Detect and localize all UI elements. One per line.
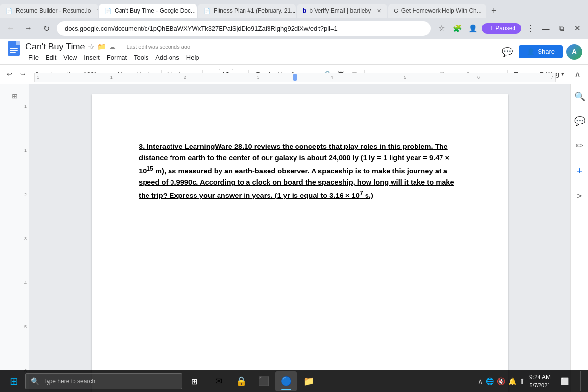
ruler-4: 4 [24,280,27,285]
ruler-3: 3 [24,236,27,241]
search-icon: 🔍 [31,377,39,385]
new-tab-button[interactable]: + [487,4,501,18]
ruler-1b: 1 [24,148,27,153]
paused-label: Paused [495,25,515,32]
task-view-button[interactable]: ⊞ [184,371,204,391]
reload-button[interactable]: ↻ [39,22,53,35]
docs-header: Can't Buy Time ☆ 📁 ☁ Last edit was secon… [0,39,588,65]
windows-icon: ⊞ [10,375,18,387]
ruler-1a: 1 [24,104,27,109]
extension-button[interactable]: 🧩 [450,22,464,35]
search-input[interactable] [43,378,177,385]
page-icon: ⊞ [12,92,18,100]
taskbar-chrome-app[interactable]: 🔵 [275,371,297,391]
files-app-icon: 📁 [303,376,314,387]
menu-insert[interactable]: Insert [81,53,103,62]
tab-close-resume[interactable]: ✕ [97,8,98,14]
minimize-button[interactable]: — [539,22,553,35]
tab-close-bartleby[interactable]: ✕ [377,8,381,14]
share-label: Share [538,48,555,55]
profile-button[interactable]: 👤 [466,22,480,35]
undo-button[interactable]: ↩ [4,68,15,81]
notification-center-button[interactable]: ⬜ [555,371,574,391]
bookmark-button[interactable]: ☆ [435,22,448,35]
menu-format[interactable]: Format [104,53,130,62]
doc-paragraph[interactable]: 3. Interactive LearningWare 28.10 review… [139,141,461,201]
task-view-icon: ⊞ [191,377,197,386]
tab-fitness[interactable]: 📄 Fitness Plan #1 (February. 21... ✕ [198,4,296,18]
menu-edit[interactable]: Edit [43,53,59,62]
forward-button[interactable]: → [22,22,35,35]
tab-favicon-doc: 📄 [105,8,112,14]
lock-app-icon: 🔒 [236,376,246,387]
docs-right-sidebar: 🔍 💬 ✏ + > [570,84,588,392]
store-app-icon: ⬛ [258,376,269,387]
tab-bar: 📄 Resume Builder - Resume.io ✕ 📄 Can't B… [0,0,588,18]
close-window-button[interactable]: ✕ [570,22,584,35]
browser-actions: ☆ 🧩 👤 ⏸ Paused ⋮ — ⧉ ✕ [435,22,584,35]
tray-notification-icon[interactable]: 🔔 [508,377,516,385]
redo-button[interactable]: ↪ [17,68,28,81]
docs-page[interactable]: 3. Interactive LearningWare 28.10 review… [92,94,508,392]
ruler-2: 2 [24,192,27,197]
sidebar-plus-icon[interactable]: + [573,162,586,180]
taskbar-mail-app[interactable]: ✉ [208,371,229,391]
taskbar-store-app[interactable]: ⬛ [253,371,274,391]
tray-network-icon[interactable]: 🌐 [486,377,494,385]
show-desktop-button[interactable] [580,371,584,391]
tab-bartleby[interactable]: b b Verify Email | bartleby ✕ [297,4,387,18]
tab-favicon-fitness: 📄 [204,8,211,14]
share-button[interactable]: 👤 Share [519,45,563,58]
chrome-app-icon: 🔵 [281,376,292,387]
share-icon: 👤 [527,48,535,55]
svg-rect-2 [10,48,18,49]
tab-resume[interactable]: 📄 Resume Builder - Resume.io ✕ [0,4,98,18]
comment-button[interactable]: 💬 [499,44,515,60]
star-button[interactable]: ☆ [88,42,95,51]
menu-view[interactable]: View [60,53,80,62]
tab-title-doc: Can't Buy Time - Google Doc... [115,7,196,14]
sidebar-expand-icon[interactable]: > [574,188,585,204]
menu-help[interactable]: Help [183,53,202,62]
tray-volume-icon[interactable]: 🔇 [497,377,505,385]
editing-dropdown-icon: ▾ [561,71,564,78]
svg-rect-4 [10,52,16,53]
tab-google-doc[interactable]: 📄 Can't Buy Time - Google Doc... ✕ [99,4,197,18]
svg-rect-5 [16,41,20,45]
expand-button[interactable]: ∧ [570,68,584,81]
url-input[interactable] [57,21,431,36]
last-edit-text: Last edit was seconds ago [126,44,190,49]
paused-button[interactable]: ⏸ Paused [482,23,521,34]
ruler-5: 5 [24,324,27,329]
menu-addons[interactable]: Add-ons [152,53,182,62]
tab-get-homework[interactable]: G Get Homework Help With Ch... ✕ [388,4,486,18]
taskbar-pinned-apps: ✉ 🔒 ⬛ 🔵 📁 [208,371,319,391]
restore-button[interactable]: ⧉ [555,22,568,35]
menu-file[interactable]: File [25,53,42,62]
tray-update-icon[interactable]: ⬆ [519,377,525,385]
start-button[interactable]: ⊞ [4,371,24,391]
tab-title: Resume Builder - Resume.io [16,7,91,14]
doc-title-text[interactable]: Can't Buy Time [25,42,85,52]
tab-favicon-homework: G [394,8,398,14]
tray-time-display: 9:24 AM [529,373,551,382]
sidebar-chat-icon[interactable]: 💬 [571,113,588,129]
tray-clock[interactable]: 9:24 AM 5/7/2021 [529,373,551,389]
google-docs-app: Can't Buy Time ☆ 📁 ☁ Last edit was secon… [0,39,588,392]
doc-content[interactable]: 3. Interactive LearningWare 28.10 review… [139,141,461,201]
menu-button[interactable]: ⋮ [523,22,537,35]
sidebar-edit-icon[interactable]: ✏ [573,137,586,154]
move-button[interactable]: 📁 [98,43,106,50]
tray-chevron-icon[interactable]: ∧ [478,377,483,385]
tray-date-display: 5/7/2021 [529,382,551,389]
sidebar-explore-icon[interactable]: 🔍 [571,88,588,105]
doc-text-intro: 3. Interactive LearningWare 28.10 review… [139,143,454,199]
notification-icon: ⬜ [561,377,569,385]
user-avatar[interactable]: A [566,44,582,60]
back-button[interactable]: ← [4,22,18,35]
taskbar-search-bar[interactable]: 🔍 [25,373,182,389]
menu-tools[interactable]: Tools [131,53,151,62]
taskbar-lock-app[interactable]: 🔒 [230,371,252,391]
cloud-button[interactable]: ☁ [109,43,116,50]
taskbar-files-app[interactable]: 📁 [298,371,319,391]
